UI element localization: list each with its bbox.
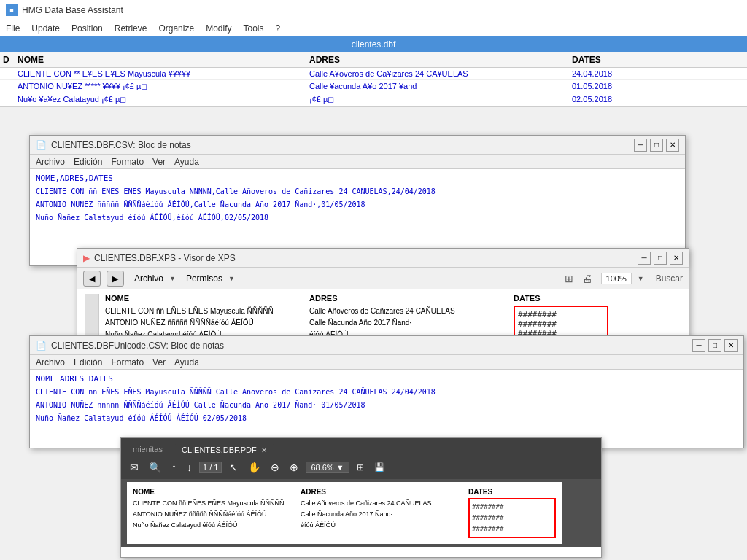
xps-permisos-menu[interactable]: Permisos xyxy=(186,273,222,284)
pdf-col-dates: DATES ######## ######## ######## xyxy=(468,488,556,538)
menu-formato[interactable]: Formato xyxy=(111,157,144,167)
unicode-menu-formato[interactable]: Formato xyxy=(111,357,144,368)
pdf-search-button[interactable]: 🔍 xyxy=(146,460,164,475)
notepad-csv-titlebar: 📄 CLIENTES.DBF.CSV: Bloc de notas ─ □ ✕ xyxy=(30,136,685,155)
cell-adres-2: Calle ¥acunda A¥o 2017 ¥and xyxy=(309,82,572,91)
pdf-prev-button[interactable]: ↑ xyxy=(169,460,179,475)
main-table: D NOME ADRES DATES CLIENTE CON ** E¥ES E… xyxy=(0,52,747,107)
cell-d-1 xyxy=(3,69,18,78)
pdf-next-button[interactable]: ↓ xyxy=(184,460,195,475)
table-row: Nu¥o ¥a¥ez Calatayud ¡¢£ µ◻ ¡¢£ µ◻ 02.05… xyxy=(0,93,747,106)
pdf-nome-3: Nuño Ñañez Calatayud éíóú ÁÉÍÓÚ xyxy=(133,520,301,531)
pdf-tab-active[interactable]: CLIENTES.DBF.PDF ✕ xyxy=(174,444,274,456)
pdf-tab-mienitas[interactable]: mienitas xyxy=(127,443,169,456)
csv-line-3: ANTONIO NUNEZ ñññññ ÑÑÑÑáéíóú ÁÉÍÓÚ,Call… xyxy=(36,198,679,211)
app-icon: ■ xyxy=(6,4,18,16)
xps-titlebar: ▶ CLIENTES.DBF.XPS - Visor de XPS ─ □ ✕ xyxy=(77,249,689,268)
xps-toolbar: ◀ ▶ Archivo ▼ Permisos ▼ ⊞ 🖨 100% ▼ Busc… xyxy=(77,268,689,289)
pdf-hash-3: ######## xyxy=(472,524,552,534)
pdf-zoom-out-button[interactable]: ⊖ xyxy=(268,460,282,475)
xps-icon: ▶ xyxy=(83,253,90,263)
xps-buscar-label[interactable]: Buscar xyxy=(656,273,683,284)
pdf-cursor-button[interactable]: ↖ xyxy=(226,460,241,475)
unicode-line-2: CLIENTE CON ññ EÑES EÑES Mayuscula ÑÑÑÑÑ… xyxy=(36,386,738,399)
xps-window-controls: ─ □ ✕ xyxy=(638,252,683,265)
pdf-adres-3: éíóú ÁÉÍÓÚ xyxy=(301,520,468,531)
pdf-col-nome: NOME CLIENTE CON ññ EÑES EÑES Mayuscula … xyxy=(133,488,301,538)
menu-ver[interactable]: Ver xyxy=(152,157,166,167)
xps-hash-2: ######## xyxy=(518,319,604,329)
menu-organize[interactable]: Organize xyxy=(158,23,194,34)
col-adres: ADRES xyxy=(309,55,572,65)
pdf-zoom-in-button[interactable]: ⊕ xyxy=(287,460,301,475)
minimize-button[interactable]: ─ xyxy=(634,139,647,152)
xps-minimize-button[interactable]: ─ xyxy=(638,252,651,265)
notepad-csv-menu: Archivo Edición Formato Ver Ayuda xyxy=(30,155,685,169)
menu-tools[interactable]: Tools xyxy=(243,23,263,34)
pdf-save-button[interactable]: 💾 xyxy=(371,461,388,474)
cell-nome-3: Nu¥o ¥a¥ez Calatayud ¡¢£ µ◻ xyxy=(18,95,309,104)
pdf-header-dates: DATES xyxy=(468,488,556,496)
pdf-tab-label: CLIENTES.DBF.PDF xyxy=(182,446,257,454)
pdf-content-area: NOME CLIENTE CON ññ EÑES EÑES Mayuscula … xyxy=(121,479,601,547)
table-row: ANTONIO NU¥EZ ***** ¥¥¥¥ ¡¢£ µ◻ Calle ¥a… xyxy=(0,80,747,93)
cell-nome-1: CLIENTE CON ** E¥ES E¥ES Mayuscula ¥¥¥¥¥ xyxy=(18,69,309,78)
unicode-maximize-button[interactable]: □ xyxy=(708,339,721,352)
pdf-hash-2: ######## xyxy=(472,513,552,524)
notepad-unicode-title: CLIENTES.DBFUnicode.CSV: Bloc de notas xyxy=(51,341,224,351)
col-dates: DATES xyxy=(572,55,659,65)
window-controls: ─ □ ✕ xyxy=(634,139,679,152)
pdf-adres-1: Calle Añoveros de Cañizares 24 CAÑUELAS xyxy=(301,498,468,509)
csv-line-2: CLIENTE CON ññ EÑES EÑES Mayuscula ÑÑÑÑÑ… xyxy=(36,185,679,198)
notepad-csv-window: 📄 CLIENTES.DBF.CSV: Bloc de notas ─ □ ✕ … xyxy=(29,135,686,266)
pdf-toolbar: ✉ 🔍 ↑ ↓ 1 / 1 ↖ ✋ ⊖ ⊕ 68.6% ▼ ⊞ 💾 xyxy=(121,456,601,479)
xps-forward-button[interactable]: ▶ xyxy=(107,271,124,287)
menu-file[interactable]: File xyxy=(6,23,20,34)
maximize-button[interactable]: □ xyxy=(650,139,663,152)
notepad-unicode-menu: Archivo Edición Formato Ver Ayuda xyxy=(30,355,743,370)
unicode-menu-edicion[interactable]: Edición xyxy=(74,357,102,368)
xps-back-button[interactable]: ◀ xyxy=(83,271,101,287)
table-row: CLIENTE CON ** E¥ES E¥ES Mayuscula ¥¥¥¥¥… xyxy=(0,68,747,80)
title-bar: ■ HMG Data Base Assistant xyxy=(0,0,747,20)
menu-ayuda[interactable]: Ayuda xyxy=(174,157,199,167)
xps-archivo-menu[interactable]: Archivo xyxy=(134,273,163,284)
pdf-zoom-level: 68.6% ▼ xyxy=(306,462,349,473)
unicode-window-controls: ─ □ ✕ xyxy=(692,339,738,352)
xps-zoom[interactable]: 100% xyxy=(601,273,632,284)
unicode-line-1: NOME ADRES DATES xyxy=(36,373,738,386)
pdf-hand-button[interactable]: ✋ xyxy=(245,460,263,475)
pdf-email-button[interactable]: ✉ xyxy=(127,460,142,475)
unicode-close-button[interactable]: ✕ xyxy=(724,339,738,352)
menu-archivo[interactable]: Archivo xyxy=(36,157,65,167)
csv-line-1: NOME,ADRES,DATES xyxy=(36,172,679,185)
unicode-menu-archivo[interactable]: Archivo xyxy=(36,357,65,368)
pdf-fit-button[interactable]: ⊞ xyxy=(354,461,367,474)
close-button[interactable]: ✕ xyxy=(666,139,679,152)
menu-help[interactable]: ? xyxy=(276,23,281,34)
xps-hash-1: ######## xyxy=(518,310,604,319)
pdf-tab-bar: mienitas CLIENTES.DBF.PDF ✕ xyxy=(121,438,601,456)
unicode-minimize-button[interactable]: ─ xyxy=(692,339,705,352)
csv-line-4: Nuño Ñañez Calatayud éíóú ÁÉÍÓÚ,éíóú ÁÉÍ… xyxy=(36,211,679,225)
pdf-tab-close[interactable]: ✕ xyxy=(261,446,267,454)
pdf-page-display: 1 / 1 xyxy=(199,462,222,473)
menu-position[interactable]: Position xyxy=(71,23,103,34)
notepad-unicode-content: NOME ADRES DATES CLIENTE CON ññ EÑES EÑE… xyxy=(30,370,743,428)
xps-maximize-button[interactable]: □ xyxy=(654,252,667,265)
pdf-zoom-arrow: ▼ xyxy=(336,463,344,472)
menu-edicion[interactable]: Edición xyxy=(74,157,102,167)
menu-modify[interactable]: Modify xyxy=(206,23,231,34)
xps-close-button[interactable]: ✕ xyxy=(670,252,683,265)
print-icon[interactable]: 🖨 xyxy=(582,273,592,284)
menu-bar: File Update Position Retrieve Organize M… xyxy=(0,20,747,36)
unicode-line-4: Nuño Ñañez Calatayud éíóú ÁÉÍÓÚ ÁÉÍÓÚ 02… xyxy=(36,412,738,425)
unicode-menu-ver[interactable]: Ver xyxy=(152,357,166,368)
menu-retrieve[interactable]: Retrieve xyxy=(115,23,147,34)
cell-adres-3: ¡¢£ µ◻ xyxy=(309,95,572,104)
menu-update[interactable]: Update xyxy=(31,23,60,34)
grid-icon[interactable]: ⊞ xyxy=(565,273,573,284)
unicode-menu-ayuda[interactable]: Ayuda xyxy=(174,357,199,368)
pdf-page-current: 1 xyxy=(203,463,207,472)
pdf-header-adres: ADRES xyxy=(301,488,468,496)
